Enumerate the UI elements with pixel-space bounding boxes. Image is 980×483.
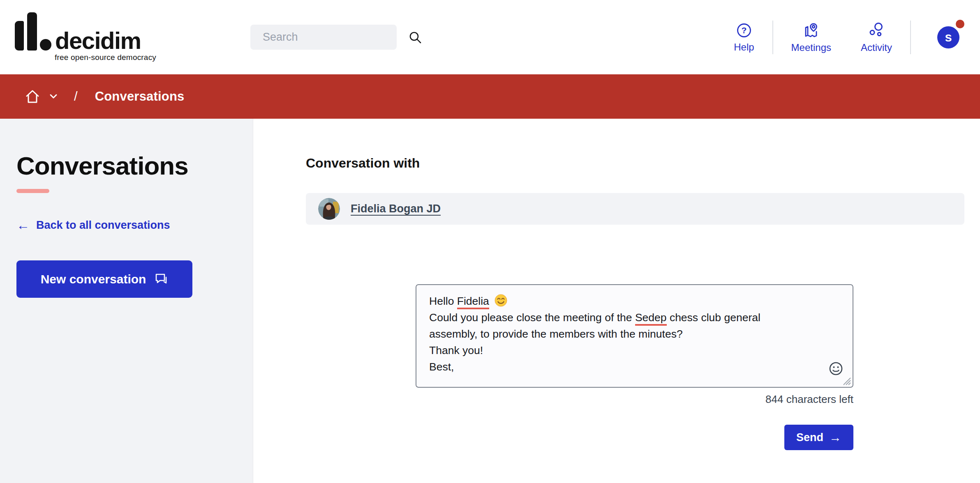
message-line: assembly, to provide the members with th… [429,326,828,342]
decidim-logo[interactable]: decidim free open-source democracy [15,12,156,62]
home-icon [24,88,41,105]
breadcrumb-separator: / [74,89,78,104]
breadcrumb-bar: / Conversations [0,74,980,119]
search-input[interactable] [263,31,408,44]
smiling-face-emoji-icon [495,294,507,307]
nav-item-meetings[interactable]: Meetings [777,22,846,53]
question-circle-icon: ? [736,22,752,39]
map-pin-icon [802,22,820,39]
breadcrumb-home-link[interactable] [24,88,41,105]
nav-item-activity[interactable]: Activity [846,22,907,53]
top-nav: ? Help Meetings [719,21,914,54]
back-link-label: Back to all conversations [36,219,170,232]
breadcrumb-current: Conversations [95,89,185,104]
conversation-heading: Conversation with [306,156,964,171]
nav-divider [910,21,911,54]
svg-text:?: ? [741,25,747,35]
resize-handle[interactable] [842,376,851,385]
logo-bar-icon [15,21,24,51]
decidim-conversation-page: decidim free open-source democracy [0,0,980,483]
page-title: Conversations [16,152,240,179]
message-line: Hello Fidelia [429,293,828,309]
message-line: Could you please close the meeting of th… [429,309,828,326]
participant-avatar[interactable] [318,198,340,220]
participant-name-link[interactable]: Fidelia Bogan JD [351,202,441,215]
nav-divider [772,21,773,54]
notification-dot-icon [956,20,964,28]
chevron-down-icon [49,94,58,99]
title-accent-bar [16,189,49,193]
activity-bubbles-icon [868,22,885,39]
search-bar[interactable] [250,25,397,50]
sidebar: Conversations ← Back to all conversation… [0,119,253,483]
nav-item-help[interactable]: ? Help [719,22,769,52]
send-button[interactable]: Send → [784,425,853,450]
logo-bar-icon [27,12,37,51]
user-menu[interactable]: s [937,26,959,48]
search-icon [408,30,422,44]
message-line: Best, [429,359,828,375]
logo-tagline: free open-source democracy [55,53,156,62]
misspelled-word: Fidelia [457,295,489,309]
send-arrow-icon: → [829,430,841,444]
breadcrumb-expand-button[interactable] [49,94,58,99]
back-to-conversations-link[interactable]: ← Back to all conversations [16,218,240,232]
new-conversation-label: New conversation [41,272,146,286]
logo-brand: decidim [55,31,141,51]
participant-row: Fidelia Bogan JD [306,193,964,225]
message-composer: Hello Fidelia Could you please close the… [416,284,853,450]
message-textarea[interactable]: Hello Fidelia Could you please close the… [416,284,853,388]
misspelled-word: Sedep [635,311,667,326]
characters-left-counter: 844 characters left [416,393,853,406]
user-avatar[interactable]: s [937,26,959,48]
send-label: Send [796,431,823,444]
back-arrow-icon: ← [16,218,30,232]
logo-dot-icon [40,39,51,51]
chat-bubbles-icon [154,272,168,286]
smiley-outline-icon [828,361,844,376]
emoji-picker-button[interactable] [828,361,844,376]
main-panel: Conversation with [253,119,980,483]
content-area: Conversations ← Back to all conversation… [0,119,980,483]
top-header: decidim free open-source democracy [0,0,980,74]
message-line: Thank you! [429,342,828,359]
new-conversation-button[interactable]: New conversation [16,260,192,298]
search-button[interactable] [408,30,422,44]
